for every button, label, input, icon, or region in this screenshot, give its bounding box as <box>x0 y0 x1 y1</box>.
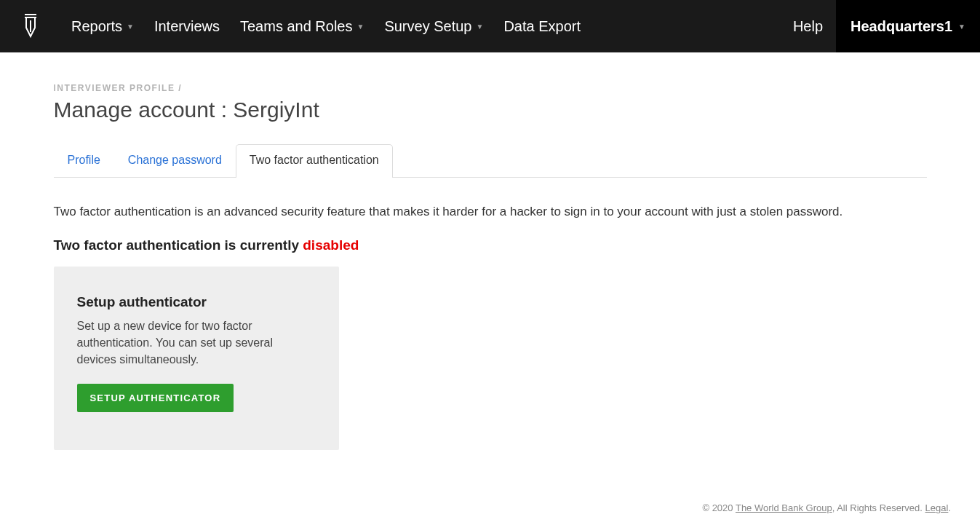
chevron-down-icon: ▼ <box>958 23 965 31</box>
card-desc: Set up a new device for two factor authe… <box>77 317 316 368</box>
status-value: disabled <box>303 237 359 253</box>
intro-text: Two factor authentication is an advanced… <box>54 202 927 221</box>
tab-content: Two factor authentication is an advanced… <box>54 178 927 450</box>
chevron-down-icon: ▼ <box>357 23 364 31</box>
nav-right: Help Headquarters1 ▼ <box>780 0 980 52</box>
setup-card: Setup authenticator Set up a new device … <box>54 267 339 451</box>
setup-authenticator-button[interactable]: SETUP AUTHENTICATOR <box>77 384 234 412</box>
chevron-down-icon: ▼ <box>127 23 134 31</box>
page-title-prefix: Manage account : <box>54 98 234 122</box>
nav-items: Reports ▼ Interviews Teams and Roles ▼ S… <box>61 0 780 52</box>
nav-label: Teams and Roles <box>240 18 353 35</box>
footer-copyright: © 2020 <box>702 502 736 513</box>
tabs: Profile Change password Two factor authe… <box>54 144 927 178</box>
tab-change-password[interactable]: Change password <box>114 144 236 177</box>
nav-label: Interviews <box>154 18 220 35</box>
tab-two-factor[interactable]: Two factor authentication <box>236 144 393 177</box>
nav-data-export[interactable]: Data Export <box>493 0 591 52</box>
card-title: Setup authenticator <box>77 294 316 310</box>
footer-legal-link[interactable]: Legal <box>925 502 949 513</box>
nav-interviews[interactable]: Interviews <box>144 0 230 52</box>
logo[interactable] <box>22 0 61 52</box>
footer-legal-suffix: . <box>948 502 951 513</box>
tab-profile[interactable]: Profile <box>54 144 114 177</box>
breadcrumb: INTERVIEWER PROFILE / <box>54 83 927 93</box>
nav-label: Data Export <box>503 18 581 35</box>
nav-account[interactable]: Headquarters1 ▼ <box>836 0 980 52</box>
nav-label: Survey Setup <box>384 18 471 35</box>
nav-label: Reports <box>71 18 122 35</box>
nav-label: Headquarters1 <box>850 18 952 35</box>
nav-help[interactable]: Help <box>780 0 836 52</box>
status-line: Two factor authentication is currently d… <box>54 237 927 253</box>
footer: © 2020 The World Bank Group, All Rights … <box>0 450 980 517</box>
nav-survey-setup[interactable]: Survey Setup ▼ <box>374 0 493 52</box>
footer-org-link[interactable]: The World Bank Group <box>736 502 832 513</box>
page-title-username: SergiyInt <box>233 98 319 122</box>
status-prefix: Two factor authentication is currently <box>54 237 303 253</box>
nav-label: Help <box>793 18 823 35</box>
page-title: Manage account : SergiyInt <box>54 98 927 122</box>
nav-reports[interactable]: Reports ▼ <box>61 0 144 52</box>
chevron-down-icon: ▼ <box>476 23 483 31</box>
top-navbar: Reports ▼ Interviews Teams and Roles ▼ S… <box>0 0 980 52</box>
nav-teams-roles[interactable]: Teams and Roles ▼ <box>230 0 374 52</box>
main-container: INTERVIEWER PROFILE / Manage account : S… <box>39 52 941 450</box>
footer-rights: , All Rights Reserved. <box>832 502 925 513</box>
